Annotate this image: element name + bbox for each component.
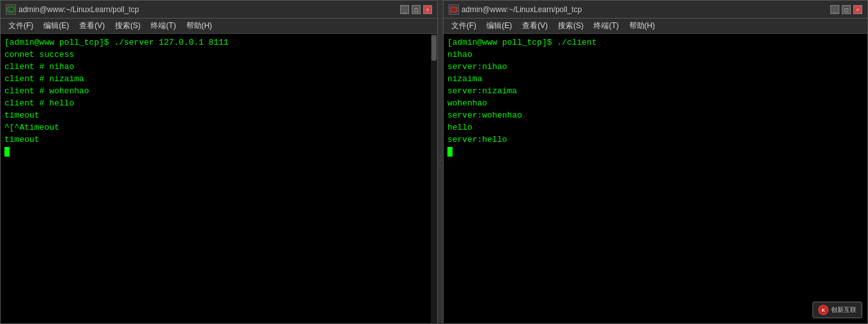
- right-menu-edit[interactable]: 编辑(E): [481, 19, 517, 33]
- left-menu-search[interactable]: 搜索(S): [110, 19, 146, 33]
- left-maximize-btn[interactable]: □: [412, 5, 421, 14]
- right-menu-file[interactable]: 文件(F): [446, 19, 481, 33]
- left-minimize-btn[interactable]: _: [400, 5, 409, 14]
- left-line-2: connet success: [4, 49, 433, 61]
- right-terminal-body[interactable]: [admin@www poll_tcp]$ ./client nihao ser…: [444, 34, 867, 323]
- left-line-3: client # nihao: [4, 61, 433, 73]
- left-title-left: admin@www:~/LinuxLearn/poll_tcp: [6, 4, 139, 15]
- right-menu-terminal[interactable]: 终端(T): [588, 19, 624, 33]
- right-menu-bar: 文件(F) 编辑(E) 查看(V) 搜索(S) 终端(T) 帮助(H): [444, 19, 867, 34]
- left-menu-view[interactable]: 查看(V): [74, 19, 110, 33]
- right-line-9: server:hello: [447, 134, 864, 146]
- left-line-5: client # wohenhao: [4, 85, 433, 97]
- right-line-3: server:nihao: [447, 61, 864, 73]
- left-scrollbar-thumb[interactable]: [431, 35, 437, 61]
- left-menu-file[interactable]: 文件(F): [3, 19, 38, 33]
- right-maximize-btn[interactable]: □: [842, 5, 851, 14]
- left-terminal: admin@www:~/LinuxLearn/poll_tcp _ □ ✕ 文件…: [0, 0, 438, 324]
- left-title-bar: admin@www:~/LinuxLearn/poll_tcp _ □ ✕: [1, 1, 437, 19]
- right-minimize-btn[interactable]: _: [830, 5, 839, 14]
- right-line-7: server:wohenhao: [447, 109, 864, 121]
- right-line-6: wohenhao: [447, 97, 864, 109]
- svg-rect-3: [451, 8, 456, 12]
- left-line-8: ^[^Atimeout: [4, 121, 433, 134]
- right-title-text: admin@www:~/LinuxLearn/poll_tcp: [461, 5, 582, 14]
- right-terminal: admin@www:~/LinuxLearn/poll_tcp _ □ ✕ 文件…: [443, 0, 868, 324]
- right-line-10: [447, 146, 864, 158]
- left-title-text: admin@www:~/LinuxLearn/poll_tcp: [19, 5, 139, 14]
- right-title-left: admin@www:~/LinuxLearn/poll_tcp: [449, 4, 582, 15]
- right-menu-view[interactable]: 查看(V): [517, 19, 553, 33]
- left-line-9: timeout: [4, 134, 433, 146]
- right-menu-help[interactable]: 帮助(H): [624, 19, 661, 33]
- right-window-controls: _ □ ✕: [830, 5, 862, 14]
- watermark: K 创新互联: [812, 302, 862, 318]
- right-line-2: nihao: [447, 49, 864, 61]
- left-menu-terminal[interactable]: 终端(T): [146, 19, 181, 33]
- right-title-bar: admin@www:~/LinuxLearn/poll_tcp _ □ ✕: [444, 1, 867, 19]
- left-cursor: [4, 147, 10, 157]
- left-menu-edit[interactable]: 编辑(E): [38, 19, 74, 33]
- left-terminal-icon: [6, 4, 16, 15]
- watermark-logo: K: [818, 305, 828, 315]
- left-menu-help[interactable]: 帮助(H): [181, 19, 218, 33]
- terminal-divider: ···: [438, 0, 443, 324]
- right-cursor: [447, 147, 453, 157]
- right-line-5: server:nizaima: [447, 85, 864, 97]
- left-line-1: [admin@www poll_tcp]$ ./server 127.0.0.1…: [4, 36, 433, 49]
- right-line-4: nizaima: [447, 73, 864, 85]
- watermark-text: 创新互联: [831, 305, 857, 314]
- right-menu-search[interactable]: 搜索(S): [553, 19, 588, 33]
- left-close-btn[interactable]: ✕: [423, 5, 432, 14]
- right-line-1: [admin@www poll_tcp]$ ./client: [447, 36, 864, 49]
- right-terminal-icon: [449, 4, 459, 15]
- svg-text:K: K: [821, 308, 825, 312]
- left-line-6: client # hello: [4, 97, 433, 109]
- right-close-btn[interactable]: ✕: [853, 5, 862, 14]
- left-scrollbar[interactable]: [431, 34, 437, 323]
- right-line-8: hello: [447, 121, 864, 134]
- left-line-4: client # nizaima: [4, 73, 433, 85]
- left-terminal-body[interactable]: [admin@www poll_tcp]$ ./server 127.0.0.1…: [1, 34, 437, 323]
- left-menu-bar: 文件(F) 编辑(E) 查看(V) 搜索(S) 终端(T) 帮助(H): [1, 19, 437, 34]
- left-window-controls: _ □ ✕: [400, 5, 432, 14]
- left-line-10: [4, 146, 433, 158]
- left-line-7: timeout: [4, 109, 433, 121]
